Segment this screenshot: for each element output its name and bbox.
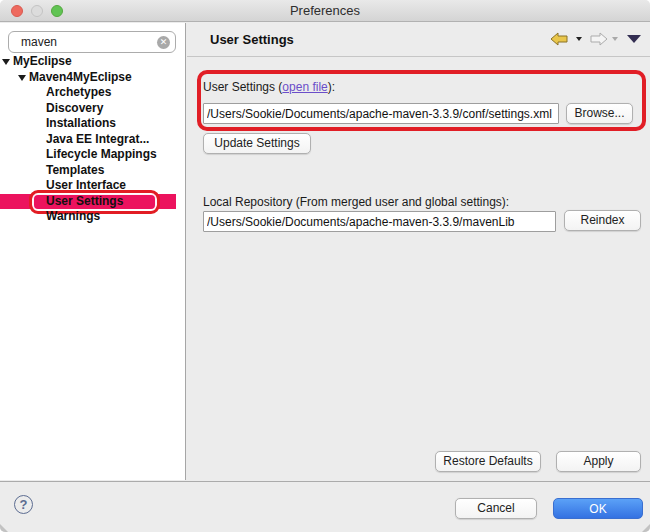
tree-item-user-interface[interactable]: User Interface <box>0 178 176 194</box>
reindex-button[interactable]: Reindex <box>564 210 641 231</box>
sidebar: ✕ MyEclipse Maven4MyEclipse Archetypes D… <box>0 23 186 480</box>
tree-item-label: Installations <box>46 116 116 130</box>
tree-item-lifecycle-mappings[interactable]: Lifecycle Mappings <box>0 147 176 163</box>
tree-item-templates[interactable]: Templates <box>0 163 176 179</box>
disclosure-triangle-icon[interactable] <box>2 59 10 65</box>
view-menu-icon[interactable] <box>626 34 642 44</box>
minimize-traffic-light[interactable] <box>31 5 43 17</box>
resize-grip-bottom-right[interactable] <box>642 524 650 532</box>
zoom-traffic-light[interactable] <box>51 5 63 17</box>
search-input[interactable] <box>8 31 176 53</box>
tree-item-myeclipse[interactable]: MyEclipse <box>0 54 176 70</box>
tree-item-java-ee-integration[interactable]: Java EE Integrat... <box>0 132 176 148</box>
footer: ? Cancel OK <box>0 481 650 532</box>
forward-arrow-icon[interactable] <box>586 32 608 46</box>
back-dropdown-icon[interactable] <box>575 36 583 42</box>
preferences-window: Preferences ✕ MyEclipse Maven4MyEclipse … <box>0 0 650 532</box>
main-panel: User Settings User <box>187 23 650 480</box>
titlebar: Preferences <box>0 0 650 22</box>
back-arrow-icon[interactable] <box>550 32 572 46</box>
settings-path-field[interactable] <box>203 103 559 124</box>
page-title: User Settings <box>210 32 294 47</box>
user-settings-label: User Settings (open file): <box>203 80 335 94</box>
tree-item-warnings[interactable]: Warnings <box>0 209 176 225</box>
forward-dropdown-icon[interactable] <box>611 36 619 42</box>
ok-button[interactable]: OK <box>553 498 643 519</box>
tree-item-label: Java EE Integrat... <box>46 132 149 146</box>
history-nav <box>550 32 642 46</box>
apply-button[interactable]: Apply <box>556 451 641 472</box>
label-text: User Settings ( <box>203 80 282 94</box>
tree-item-label: Archetypes <box>46 85 111 99</box>
open-file-link[interactable]: open file <box>282 80 327 94</box>
resize-grip-bottom-left[interactable] <box>0 524 8 532</box>
cancel-button[interactable]: Cancel <box>455 498 537 519</box>
panel-header: User Settings <box>187 23 650 57</box>
label-text: ): <box>328 80 335 94</box>
tree-item-label: User Interface <box>46 178 126 192</box>
local-repository-field[interactable] <box>203 211 556 232</box>
tree-item-archetypes[interactable]: Archetypes <box>0 85 176 101</box>
preferences-tree: MyEclipse Maven4MyEclipse Archetypes Dis… <box>0 54 186 225</box>
local-repository-label: Local Repository (From merged user and g… <box>203 195 509 209</box>
tree-item-label: Maven4MyEclipse <box>29 70 132 84</box>
tree-item-label: Lifecycle Mappings <box>46 147 157 161</box>
tree-item-discovery[interactable]: Discovery <box>0 101 176 117</box>
browse-button[interactable]: Browse... <box>566 103 633 124</box>
restore-defaults-button[interactable]: Restore Defaults <box>435 451 541 472</box>
help-button[interactable]: ? <box>14 495 33 514</box>
disclosure-triangle-icon[interactable] <box>18 75 26 81</box>
window-title: Preferences <box>0 0 650 22</box>
update-settings-button[interactable]: Update Settings <box>203 133 311 154</box>
tree-item-label: Templates <box>46 163 104 177</box>
tree-item-label: Discovery <box>46 101 103 115</box>
tree-item-maven4myeclipse[interactable]: Maven4MyEclipse <box>0 70 176 86</box>
tree-item-label: User Settings <box>46 194 123 208</box>
close-traffic-light[interactable] <box>11 5 23 17</box>
tree-item-installations[interactable]: Installations <box>0 116 176 132</box>
tree-item-label: Warnings <box>46 209 100 223</box>
tree-item-label: MyEclipse <box>13 54 72 68</box>
tree-item-user-settings[interactable]: User Settings <box>0 194 176 210</box>
search-clear-icon[interactable]: ✕ <box>157 36 170 49</box>
